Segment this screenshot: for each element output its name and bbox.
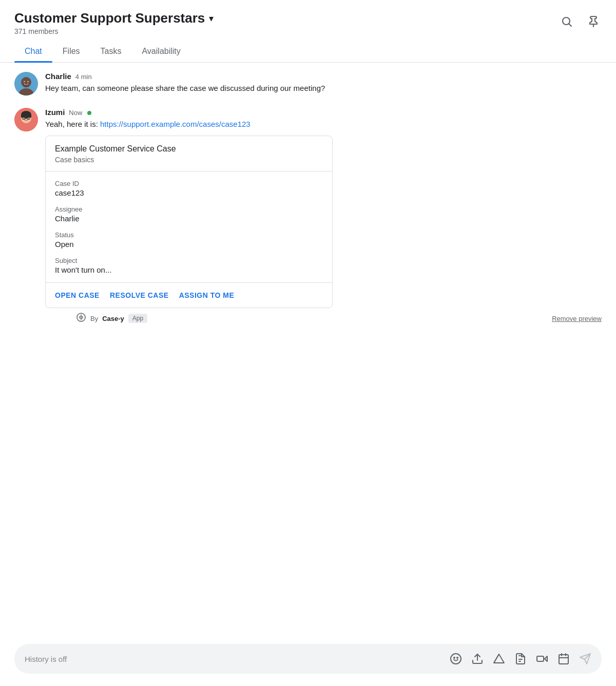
by-line: By Case-y App Remove preview	[76, 312, 602, 325]
message-time: 4 min	[75, 73, 92, 81]
tab-bar: Chat Files Tasks Availability	[0, 41, 616, 63]
meet-button[interactable]	[536, 653, 548, 665]
svg-rect-14	[21, 115, 31, 118]
case-field-label: Status	[55, 231, 323, 239]
svg-point-10	[23, 84, 30, 88]
message-input-bar: History is off	[14, 644, 602, 674]
app-badge: App	[128, 314, 147, 323]
online-indicator	[87, 111, 91, 115]
message-text: Yeah, here it is: https://support.exampl…	[45, 119, 602, 130]
case-card-body: Case ID case123 Assignee Charlie Status …	[46, 172, 332, 283]
case-field-value: case123	[55, 188, 323, 197]
message-header: Izumi Now	[45, 108, 602, 117]
sender-name: Charlie	[45, 72, 71, 81]
assign-to-me-button[interactable]: ASSIGN TO ME	[179, 291, 235, 299]
case-field-subject: Subject It won't turn on...	[55, 257, 323, 274]
case-field-assignee: Assignee Charlie	[55, 205, 323, 223]
app-header: Customer Support Superstars ▾ 371 member…	[0, 0, 616, 35]
header-actions	[559, 10, 602, 33]
calendar-button[interactable]	[557, 653, 570, 665]
by-label: By	[90, 315, 98, 322]
app-name: Case-y	[102, 315, 124, 322]
svg-point-20	[28, 118, 29, 119]
drive-button[interactable]	[493, 653, 505, 665]
svg-line-28	[494, 654, 499, 663]
remove-preview-button[interactable]: Remove preview	[552, 315, 602, 322]
pin-button[interactable]	[585, 13, 602, 33]
chat-area: Charlie 4 min Hey team, can someone plea…	[0, 63, 616, 325]
avatar	[14, 72, 38, 96]
case-link[interactable]: https://support.example.com/cases/case12…	[100, 120, 251, 128]
message-content: Charlie 4 min Hey team, can someone plea…	[45, 72, 602, 94]
history-status: History is off	[25, 655, 450, 663]
input-toolbar	[450, 653, 591, 665]
svg-point-8	[24, 82, 25, 82]
case-field-id: Case ID case123	[55, 180, 323, 197]
message-time: Now	[69, 109, 82, 117]
casey-icon	[76, 312, 86, 325]
message-row: Charlie 4 min Hey team, can someone plea…	[14, 72, 602, 96]
tab-tasks[interactable]: Tasks	[90, 41, 132, 62]
resolve-case-button[interactable]: RESOLVE CASE	[110, 291, 169, 299]
members-count: 371 members	[14, 27, 214, 35]
channel-title: Customer Support Superstars	[14, 10, 205, 26]
case-card-actions: OPEN CASE RESOLVE CASE ASSIGN TO ME	[46, 283, 332, 308]
svg-point-19	[24, 118, 25, 119]
open-case-button[interactable]: OPEN CASE	[55, 291, 100, 299]
case-card-header: Example Customer Service Case Case basic…	[46, 136, 332, 172]
case-field-label: Assignee	[55, 205, 323, 213]
dropdown-icon[interactable]: ▾	[209, 13, 214, 24]
case-field-value: Open	[55, 240, 323, 249]
tab-chat[interactable]: Chat	[14, 41, 52, 62]
case-card-title: Example Customer Service Case	[55, 144, 323, 154]
case-field-label: Subject	[55, 257, 323, 264]
docs-button[interactable]	[514, 653, 527, 665]
message-text: Hey team, can someone please share the c…	[45, 83, 602, 94]
header-left: Customer Support Superstars ▾ 371 member…	[14, 10, 214, 35]
channel-title-row: Customer Support Superstars ▾	[14, 10, 214, 26]
svg-point-9	[28, 82, 28, 82]
svg-rect-34	[559, 655, 568, 664]
sender-name: Izumi	[45, 108, 65, 117]
case-field-status: Status Open	[55, 231, 323, 249]
svg-point-23	[451, 654, 461, 664]
emoji-button[interactable]	[450, 653, 462, 665]
case-field-label: Case ID	[55, 180, 323, 187]
svg-point-24	[454, 657, 455, 658]
svg-marker-33	[545, 656, 547, 661]
message-content: Izumi Now Yeah, here it is: https://supp…	[45, 108, 602, 325]
send-button[interactable]	[579, 653, 591, 665]
case-field-value: Charlie	[55, 214, 323, 223]
svg-point-25	[457, 657, 458, 658]
tab-availability[interactable]: Availability	[131, 41, 190, 62]
case-card: Example Customer Service Case Case basic…	[45, 136, 333, 308]
svg-rect-32	[537, 656, 544, 661]
message-header: Charlie 4 min	[45, 72, 602, 81]
case-field-value: It won't turn on...	[55, 265, 323, 274]
tab-files[interactable]: Files	[52, 41, 90, 62]
search-button[interactable]	[559, 13, 575, 33]
svg-line-1	[569, 24, 572, 27]
avatar	[14, 108, 38, 131]
upload-button[interactable]	[471, 653, 484, 665]
message-row: Izumi Now Yeah, here it is: https://supp…	[14, 108, 602, 325]
case-card-subtitle: Case basics	[55, 156, 323, 164]
